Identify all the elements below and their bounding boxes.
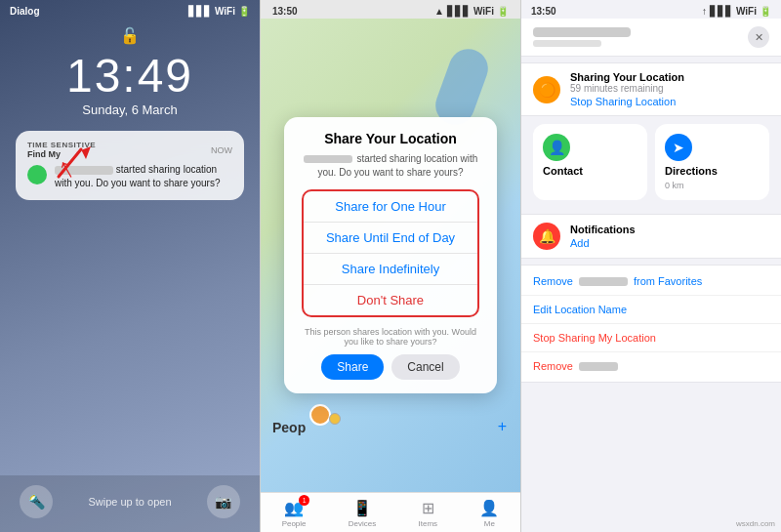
add-button[interactable]: + <box>498 418 507 435</box>
person-badge <box>329 413 341 425</box>
notifications-section: 🔔 Notifications Add <box>521 214 781 259</box>
share-popup-title: Share Your Location <box>302 131 479 146</box>
status-icons-2: ▲ ▋▋▋ WiFi 🔋 <box>434 6 509 17</box>
contact-info <box>533 27 631 47</box>
stop-sharing-link[interactable]: Stop Sharing Location <box>570 96 769 107</box>
share-option-indefinitely[interactable]: Share Indefinitely <box>304 254 477 285</box>
remove-link[interactable]: Remove <box>521 352 781 380</box>
cancel-button[interactable]: Cancel <box>391 354 459 380</box>
battery-icon-3: 🔋 <box>760 6 771 17</box>
wifi-icon: WiFi <box>215 6 235 17</box>
notifications-content: Notifications Add <box>570 224 769 249</box>
signal-icon: ▋▋▋ <box>188 6 212 17</box>
directions-card[interactable]: ➤ Directions 0 km <box>655 124 769 200</box>
sharing-title: Sharing Your Location <box>570 71 769 83</box>
svg-line-1 <box>59 149 81 177</box>
tab-items-label: Items <box>419 519 438 528</box>
bottom-bar: 🔦 Swipe up to open 📷 <box>0 475 260 532</box>
close-button[interactable]: ✕ <box>748 26 769 48</box>
people-badge-icon: 👥 <box>284 499 304 517</box>
lock-date: Sunday, 6 March <box>82 102 177 117</box>
share-options-box: Share for One Hour Share Until End of Da… <box>302 189 479 317</box>
share-buttons: Share Cancel <box>302 354 479 380</box>
edit-location-link[interactable]: Edit Location Name <box>521 296 781 324</box>
items-icon: ⊞ <box>422 499 434 517</box>
sharing-subtitle: 59 minutes remaining <box>570 83 769 94</box>
share-person-info: This person shares location with you. Wo… <box>302 327 479 347</box>
blurred-name-1 <box>579 277 628 286</box>
watermark: wsxdn.com <box>736 519 775 528</box>
stop-sharing-location-link[interactable]: Stop Sharing My Location <box>521 324 781 352</box>
directions-label: Directions <box>665 165 718 177</box>
directions-sub: 0 km <box>665 181 684 190</box>
contact-name-blurred <box>533 27 631 37</box>
person-avatar <box>309 404 331 426</box>
share-option-dont[interactable]: Don't Share <box>304 285 477 315</box>
people-label: Peop <box>272 420 306 435</box>
devices-icon: 📱 <box>352 499 372 517</box>
status-icons: ▋▋▋ WiFi 🔋 <box>188 6 250 17</box>
tab-devices[interactable]: 📱 Devices <box>349 499 376 528</box>
share-popup: Share Your Location started sharing loca… <box>284 117 497 393</box>
status-bar: Dialog ▋▋▋ WiFi 🔋 <box>0 0 260 19</box>
contact-card[interactable]: 👤 Contact <box>533 124 647 200</box>
status-bar-3: 13:50 ↑ ▋▋▋ WiFi 🔋 <box>521 0 781 19</box>
panel-contact-detail: 13:50 ↑ ▋▋▋ WiFi 🔋 ✕ 🟠 Sharing Your Loca… <box>521 0 781 532</box>
tab-me-label: Me <box>484 519 495 528</box>
location-icon: ▲ <box>434 6 444 17</box>
map-background: Peop + Share Your Location started shari… <box>261 19 520 492</box>
tab-items[interactable]: ⊞ Items <box>419 499 438 528</box>
me-icon: 👤 <box>479 499 499 517</box>
flashlight-icon[interactable]: 🔦 <box>20 485 53 518</box>
contact-sub-blurred <box>533 40 601 47</box>
contact-label: Contact <box>543 165 583 177</box>
battery-icon-2: 🔋 <box>497 6 509 17</box>
notifications-icon: 🔔 <box>533 223 560 250</box>
wifi-icon-3: WiFi <box>736 6 757 17</box>
time-label-2: 13:50 <box>272 6 298 17</box>
extra-links: Remove from Favorites Edit Location Name… <box>521 265 781 383</box>
blurred-name-2 <box>579 362 618 371</box>
lock-time: 13:49 <box>66 49 193 102</box>
battery-icon: 🔋 <box>238 6 250 17</box>
remove-favorites-link[interactable]: Remove from Favorites <box>521 267 781 296</box>
wifi-icon-2: WiFi <box>473 6 494 17</box>
app-dot-icon <box>27 165 47 184</box>
directions-icon: ➤ <box>665 134 692 161</box>
sharing-section: 🟠 Sharing Your Location 59 minutes remai… <box>521 62 781 116</box>
red-arrow <box>47 144 105 184</box>
dialog-label: Dialog <box>10 6 40 17</box>
sharing-row: 🟠 Sharing Your Location 59 minutes remai… <box>521 63 781 115</box>
lock-icon: 🔓 <box>120 26 140 45</box>
add-notification-link[interactable]: Add <box>570 237 769 249</box>
arrow-up-icon: ↑ <box>702 6 707 17</box>
tab-bar: 👥 People 📱 Devices ⊞ Items 👤 Me <box>261 492 520 532</box>
contact-icon: 👤 <box>543 134 570 161</box>
notifications-title: Notifications <box>570 224 769 235</box>
tab-people-label: People <box>282 519 307 528</box>
person-row <box>309 404 341 426</box>
share-button[interactable]: Share <box>321 354 384 380</box>
tab-me[interactable]: 👤 Me <box>479 499 499 528</box>
notifications-row: 🔔 Notifications Add <box>521 215 781 258</box>
panel-maps-share: 13:50 ▲ ▋▋▋ WiFi 🔋 Peop + Share Your Loc… <box>261 0 520 532</box>
sharing-icon: 🟠 <box>533 76 560 103</box>
status-icons-3: ↑ ▋▋▋ WiFi 🔋 <box>702 6 771 17</box>
signal-icon-3: ▋▋▋ <box>710 6 733 17</box>
contact-header: ✕ <box>521 19 781 57</box>
swipe-label: Swipe up to open <box>88 496 171 508</box>
action-grid: 👤 Contact ➤ Directions 0 km <box>521 116 781 208</box>
signal-icon-2: ▋▋▋ <box>447 6 471 17</box>
share-option-hour[interactable]: Share for One Hour <box>304 191 477 223</box>
sharing-content: Sharing Your Location 59 minutes remaini… <box>570 71 769 107</box>
notification-time: NOW <box>211 145 232 155</box>
camera-icon[interactable]: 📷 <box>207 485 240 518</box>
share-popup-subtitle: started sharing location with you. Do yo… <box>302 152 479 180</box>
status-bar-2: 13:50 ▲ ▋▋▋ WiFi 🔋 <box>261 0 520 19</box>
panel-lockscreen: Dialog ▋▋▋ WiFi 🔋 🔓 13:49 Sunday, 6 Marc… <box>0 0 260 532</box>
tab-people[interactable]: 👥 People <box>282 499 307 528</box>
share-option-day[interactable]: Share Until End of Day <box>304 223 477 254</box>
tab-devices-label: Devices <box>349 519 376 528</box>
time-label-3: 13:50 <box>531 6 556 17</box>
